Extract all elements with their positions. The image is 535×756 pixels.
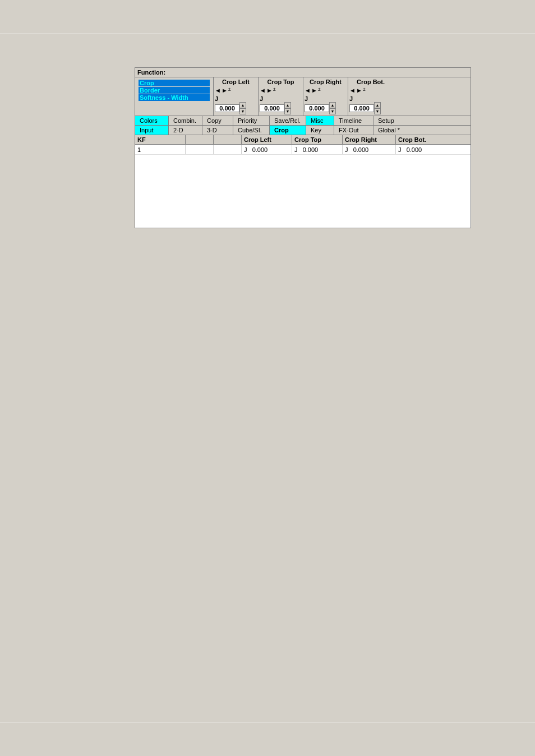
crop-bot-plus-btn[interactable]: ± bbox=[363, 86, 371, 94]
crop-top-plus-btn[interactable]: ± bbox=[273, 86, 281, 94]
kf-header-row: KF Crop Left Crop Top Crop Right Crop Bo… bbox=[135, 135, 471, 145]
tab-key[interactable]: Key bbox=[306, 126, 334, 135]
crop-top-down[interactable]: ▼ bbox=[284, 108, 291, 114]
tab-colors[interactable]: Colors bbox=[135, 116, 169, 125]
crop-left-right-arrow[interactable]: ► bbox=[222, 87, 228, 94]
crop-top-left-arrow[interactable]: ◄ bbox=[260, 87, 266, 94]
crop-right-col: Crop Right ◄ ► ± J ▲ ▼ bbox=[303, 77, 348, 116]
kf-header-empty2 bbox=[214, 135, 242, 144]
kf-cell-top: J 0.000 bbox=[292, 145, 343, 154]
crop-left-down[interactable]: ▼ bbox=[239, 108, 246, 114]
bottom-divider bbox=[0, 722, 535, 722]
kf-cell-right: J 0.000 bbox=[343, 145, 396, 154]
crop-left-left-arrow[interactable]: ◄ bbox=[215, 87, 221, 94]
crop-right-header: Crop Right bbox=[305, 79, 347, 85]
tab-3d[interactable]: 3-D bbox=[202, 126, 233, 135]
tab-saverec[interactable]: Save/Rcl. bbox=[270, 116, 306, 125]
tab-row-2: Input 2-D 3-D Cube/SI. Crop Key FX-Out G… bbox=[135, 126, 471, 135]
kf-header-croptop: Crop Top bbox=[292, 135, 343, 144]
tab-fxout[interactable]: FX-Out bbox=[334, 126, 373, 135]
kf-header-kf: KF bbox=[135, 135, 186, 144]
tabs-section: Colors Combin. Copy Priority Save/Rcl. M… bbox=[135, 116, 471, 135]
table-row: 1 J 0.000 J 0.000 J 0.000 J 0.000 bbox=[135, 145, 471, 155]
crop-top-header: Crop Top bbox=[260, 79, 302, 85]
tab-combin[interactable]: Combin. bbox=[169, 116, 202, 125]
main-panel: Function: Crop Border Softness - Width C… bbox=[135, 67, 471, 228]
kf-section: KF Crop Left Crop Top Crop Right Crop Bo… bbox=[135, 135, 471, 228]
crop-top-right-arrow[interactable]: ► bbox=[266, 87, 273, 94]
crop-top-col: Crop Top ◄ ► ± J ▲ ▼ bbox=[259, 77, 303, 116]
crop-left-up[interactable]: ▲ bbox=[239, 102, 246, 108]
crop-bot-left-arrow[interactable]: ◄ bbox=[349, 87, 356, 94]
left-info: Crop Border Softness - Width bbox=[135, 77, 214, 116]
crop-right-plus-btn[interactable]: ± bbox=[318, 86, 326, 94]
kf-cell-e2 bbox=[214, 145, 242, 154]
crop-right-left-arrow[interactable]: ◄ bbox=[305, 87, 311, 94]
crop-right-j: J bbox=[305, 95, 308, 102]
kf-header-cropbot: Crop Bot. bbox=[396, 135, 446, 144]
kf-header-cropleft: Crop Left bbox=[242, 135, 292, 144]
crop-bot-value[interactable] bbox=[349, 104, 374, 112]
crop-top-j: J bbox=[260, 95, 263, 102]
crop-top-value[interactable] bbox=[260, 104, 284, 112]
crop-right-value[interactable] bbox=[305, 104, 329, 112]
crop-bot-j: J bbox=[349, 95, 353, 102]
border-label: Border bbox=[139, 87, 210, 94]
tab-crop[interactable]: Crop bbox=[270, 126, 306, 135]
top-section: Crop Border Softness - Width Crop Left ◄… bbox=[135, 77, 471, 116]
function-label: Function: bbox=[137, 69, 165, 76]
crop-bot-up[interactable]: ▲ bbox=[374, 102, 381, 108]
crop-left-j: J bbox=[215, 95, 218, 102]
tab-copy[interactable]: Copy bbox=[202, 116, 233, 125]
crop-bot-col: Crop Bot. ◄ ► ± J ▲ ▼ bbox=[348, 77, 393, 116]
crop-bot-header: Crop Bot. bbox=[349, 79, 392, 85]
crop-left-plus-btn[interactable]: ± bbox=[228, 86, 236, 94]
tab-2d[interactable]: 2-D bbox=[169, 126, 202, 135]
tab-row-1: Colors Combin. Copy Priority Save/Rcl. M… bbox=[135, 116, 471, 126]
crop-left-col: Crop Left ◄ ► ± J ▲ ▼ bbox=[214, 77, 259, 116]
kf-header-empty1 bbox=[186, 135, 214, 144]
crop-right-right-arrow[interactable]: ► bbox=[311, 87, 317, 94]
crop-bot-down[interactable]: ▼ bbox=[374, 108, 381, 114]
kf-empty-area bbox=[135, 155, 471, 228]
crop-left-header: Crop Left bbox=[215, 79, 257, 85]
tab-input[interactable]: Input bbox=[135, 126, 169, 135]
kf-cell-e1 bbox=[186, 145, 214, 154]
tab-cubesi[interactable]: Cube/SI. bbox=[233, 126, 270, 135]
softness-label: Softness - Width bbox=[139, 94, 210, 101]
tab-setup[interactable]: Setup bbox=[373, 116, 471, 125]
crop-left-value[interactable] bbox=[215, 104, 239, 112]
kf-cell-left: J 0.000 bbox=[242, 145, 292, 154]
tab-timeline[interactable]: Timeline bbox=[334, 116, 373, 125]
crop-right-down[interactable]: ▼ bbox=[329, 108, 336, 114]
tab-misc[interactable]: Misc bbox=[306, 116, 334, 125]
crop-right-up[interactable]: ▲ bbox=[329, 102, 336, 108]
crop-bot-right-arrow[interactable]: ► bbox=[356, 87, 362, 94]
crop-top-up[interactable]: ▲ bbox=[284, 102, 291, 108]
kf-cell-num: 1 bbox=[135, 145, 186, 154]
kf-header-cropright: Crop Right bbox=[343, 135, 396, 144]
function-row: Function: bbox=[135, 68, 471, 77]
top-divider bbox=[0, 34, 535, 34]
crop-label: Crop bbox=[139, 80, 210, 86]
tab-global[interactable]: Global * bbox=[373, 126, 471, 135]
kf-cell-bot: J 0.000 bbox=[396, 145, 446, 154]
crop-controls: Crop Left ◄ ► ± J ▲ ▼ bbox=[214, 77, 471, 116]
tab-priority[interactable]: Priority bbox=[233, 116, 270, 125]
